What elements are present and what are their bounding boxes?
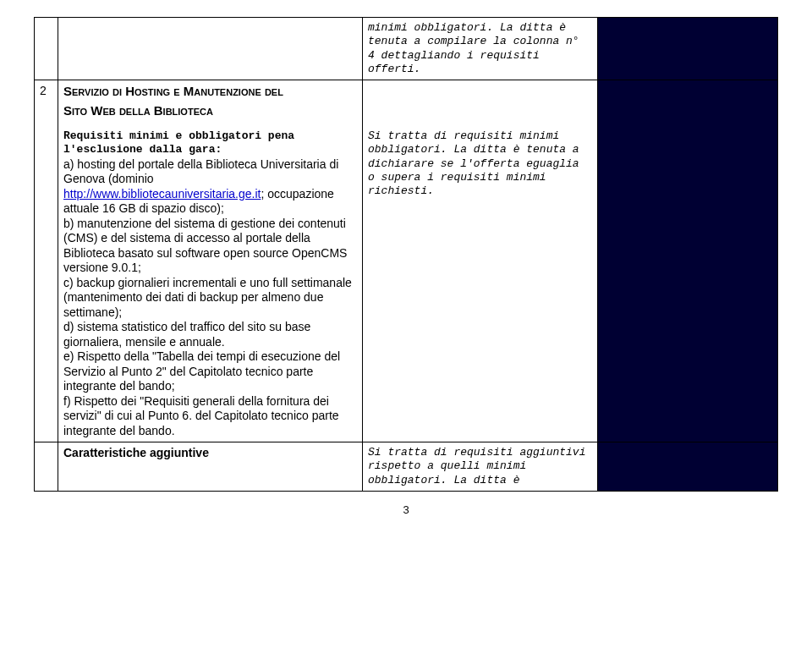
domain-link[interactable]: http://www.bibliotecauniversitaria.ge.it (63, 187, 261, 201)
req-a-prefix: a) hosting del portale della Biblioteca … (63, 157, 338, 186)
req-c: c) backup giornalieri incrementali e uno… (63, 276, 357, 321)
section-heading-line1: Servizio di Hosting e Manutenzione del (63, 84, 357, 103)
req-f: f) Rispetto dei "Requisiti generali dell… (63, 394, 357, 439)
cell-note: Si tratta di requisiti aggiuntivi rispet… (363, 442, 598, 492)
table-row: Requisiti minimi e obbligatori pena l'es… (35, 126, 778, 442)
cell-desc: Caratteristiche aggiuntive (58, 442, 363, 492)
section-number: 2 (40, 84, 52, 97)
req-intro: Requisiti minimi e obbligatori pena l'es… (63, 129, 357, 157)
cell-note: minimi obbligatori. La ditta è tenuta a … (363, 18, 598, 80)
note-text: Si tratta di requisiti minimi obbligator… (368, 129, 592, 198)
cell-num (35, 442, 58, 492)
cell-heading: Servizio di Hosting e Manutenzione del S… (58, 80, 363, 127)
cell-desc: Requisiti minimi e obbligatori pena l'es… (58, 126, 363, 442)
requirements-table: minimi obbligatori. La ditta è tenuta a … (34, 17, 778, 492)
page-number: 3 (34, 492, 778, 516)
cell-dark (598, 80, 778, 127)
req-e: e) Rispetto della "Tabella dei tempi di … (63, 349, 357, 394)
table-row: 2 Servizio di Hosting e Manutenzione del… (35, 80, 778, 127)
cell-num (35, 18, 58, 80)
additional-characteristics-label: Caratteristiche aggiuntive (63, 446, 209, 459)
table-row: minimi obbligatori. La ditta è tenuta a … (35, 18, 778, 80)
section-heading-line2: Sito Web della Biblioteca (63, 103, 357, 123)
cell-note (363, 80, 598, 127)
req-d: d) sistema statistico del traffico del s… (63, 320, 357, 349)
cell-dark (598, 18, 778, 80)
cell-desc (58, 18, 363, 80)
note-text: Si tratta di requisiti aggiuntivi rispet… (368, 446, 592, 487)
cell-dark (598, 126, 778, 442)
note-text: minimi obbligatori. La ditta è tenuta a … (368, 21, 592, 76)
cell-num: 2 (35, 80, 58, 442)
table-row: Caratteristiche aggiuntive Si tratta di … (35, 442, 778, 492)
cell-note: Si tratta di requisiti minimi obbligator… (363, 126, 598, 442)
req-b: b) manutenzione del sistema di gestione … (63, 217, 357, 276)
cell-dark (598, 442, 778, 492)
req-a: a) hosting del portale della Biblioteca … (63, 157, 357, 217)
